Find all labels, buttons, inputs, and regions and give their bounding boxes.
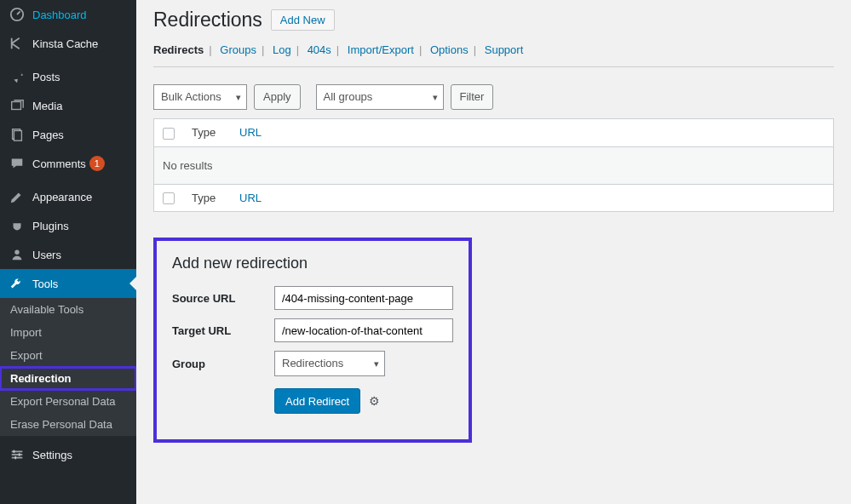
add-redirection-form: Add new redirection Source URL Target UR… xyxy=(153,238,472,443)
admin-sidebar: Dashboard Kinsta Cache Posts Media Pages… xyxy=(0,0,136,504)
sidebar-label: Comments xyxy=(32,158,86,170)
sidebar-label: Users xyxy=(32,249,61,261)
sidebar-item-tools[interactable]: Tools xyxy=(0,269,136,298)
sidebar-item-dashboard[interactable]: Dashboard xyxy=(0,0,136,29)
sidebar-item-plugins[interactable]: Plugins xyxy=(0,211,136,240)
tab-redirects[interactable]: Redirects xyxy=(153,43,204,56)
tab-groups[interactable]: Groups xyxy=(220,43,256,56)
add-redirect-button[interactable]: Add Redirect xyxy=(274,388,360,414)
dashboard-icon xyxy=(9,6,26,23)
col-type-footer: Type xyxy=(183,184,231,212)
sub-item-export[interactable]: Export xyxy=(0,344,136,367)
svg-point-4 xyxy=(14,250,19,255)
tools-icon xyxy=(9,275,26,292)
col-type: Type xyxy=(183,119,231,147)
tab-log[interactable]: Log xyxy=(273,43,291,56)
source-url-input[interactable] xyxy=(274,286,453,310)
select-all-checkbox-bottom[interactable] xyxy=(163,192,175,204)
sidebar-item-posts[interactable]: Posts xyxy=(0,62,136,91)
users-icon xyxy=(9,246,26,263)
svg-rect-6 xyxy=(12,454,23,455)
group-filter-select[interactable]: All groups xyxy=(316,84,444,110)
redirects-table: Type URL No results Type URL xyxy=(153,118,834,212)
col-url[interactable]: URL xyxy=(239,126,262,139)
bulk-actions-select[interactable]: Bulk Actions xyxy=(153,84,247,110)
sub-item-export-personal-data[interactable]: Export Personal Data xyxy=(0,390,136,413)
sidebar-item-pages[interactable]: Pages xyxy=(0,120,136,149)
comments-badge: 1 xyxy=(89,156,105,171)
sidebar-label: Media xyxy=(32,100,62,112)
svg-rect-7 xyxy=(12,457,23,459)
sidebar-label: Plugins xyxy=(32,220,69,232)
target-url-input[interactable] xyxy=(274,318,453,342)
sub-item-redirection[interactable]: Redirection xyxy=(0,367,136,390)
filter-button[interactable]: Filter xyxy=(451,84,494,110)
sidebar-label: Settings xyxy=(32,449,72,461)
svg-rect-9 xyxy=(19,453,20,456)
sub-item-available-tools[interactable]: Available Tools xyxy=(0,298,136,321)
media-icon xyxy=(9,97,26,114)
gear-icon[interactable]: ⚙ xyxy=(369,394,380,408)
label-target-url: Target URL xyxy=(172,324,274,337)
svg-rect-8 xyxy=(14,450,15,454)
no-results: No results xyxy=(154,146,834,184)
plugins-icon xyxy=(9,217,26,234)
tab-options[interactable]: Options xyxy=(430,43,469,56)
sidebar-item-users[interactable]: Users xyxy=(0,240,136,269)
sidebar-item-settings[interactable]: Settings xyxy=(0,440,136,469)
sidebar-label: Posts xyxy=(32,71,60,83)
tab-404s[interactable]: 404s xyxy=(308,43,331,56)
sidebar-label: Tools xyxy=(32,278,58,290)
sidebar-item-kinsta-cache[interactable]: Kinsta Cache xyxy=(0,29,136,58)
comments-icon xyxy=(9,155,26,172)
sidebar-label: Pages xyxy=(32,129,64,141)
sub-item-import[interactable]: Import xyxy=(0,321,136,344)
form-heading: Add new redirection xyxy=(172,255,453,272)
sidebar-label: Appearance xyxy=(32,191,92,203)
tools-submenu: Available Tools Import Export Redirectio… xyxy=(0,298,136,436)
kinsta-icon xyxy=(9,35,26,52)
label-group: Group xyxy=(172,358,274,370)
select-all-checkbox[interactable] xyxy=(163,128,175,140)
add-new-button[interactable]: Add New xyxy=(271,9,335,31)
svg-rect-1 xyxy=(12,102,21,110)
group-select[interactable]: Redirections xyxy=(274,351,385,376)
page-title: Redirections xyxy=(153,9,262,32)
main-content: Redirections Add New Redirects| Groups| … xyxy=(136,0,851,504)
sidebar-label: Kinsta Cache xyxy=(32,37,98,50)
sub-tabs: Redirects| Groups| Log| 404s| Import/Exp… xyxy=(153,43,834,67)
settings-icon xyxy=(9,446,26,463)
tab-import-export[interactable]: Import/Export xyxy=(348,43,414,56)
sidebar-item-media[interactable]: Media xyxy=(0,91,136,120)
svg-rect-10 xyxy=(14,456,16,460)
sidebar-item-appearance[interactable]: Appearance xyxy=(0,182,136,211)
appearance-icon xyxy=(9,188,26,205)
sidebar-item-comments[interactable]: Comments 1 xyxy=(0,149,136,178)
svg-rect-3 xyxy=(14,131,21,141)
apply-button[interactable]: Apply xyxy=(254,84,301,110)
tab-support[interactable]: Support xyxy=(485,43,524,56)
col-url-footer[interactable]: URL xyxy=(239,192,262,204)
sub-item-erase-personal-data[interactable]: Erase Personal Data xyxy=(0,413,136,436)
pin-icon xyxy=(9,68,26,85)
pages-icon xyxy=(9,126,26,143)
label-source-url: Source URL xyxy=(172,292,274,305)
sidebar-label: Dashboard xyxy=(32,9,87,21)
